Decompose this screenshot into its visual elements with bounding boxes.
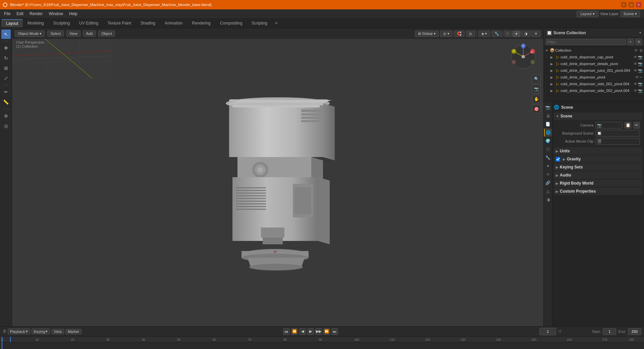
vis-eye-1[interactable]: 👁	[634, 62, 637, 66]
timeline-body[interactable]	[0, 343, 644, 349]
viewport-select-button[interactable]: Select	[47, 31, 64, 37]
tab-rendering[interactable]: Rendering	[187, 19, 215, 27]
playback-button[interactable]: Playback ▾	[8, 329, 30, 334]
pivot-point[interactable]: ◎ ▾	[440, 31, 452, 37]
props-units-header[interactable]: ▶ Units	[554, 147, 643, 155]
menu-render[interactable]: Render	[27, 11, 45, 17]
tool-measure[interactable]: 📏	[1, 97, 11, 107]
props-tab-data[interactable]: △	[544, 187, 552, 195]
scene-dropdown[interactable]: Scene ▾	[621, 11, 640, 17]
props-tab-material[interactable]: ◑	[544, 196, 552, 204]
mode-select[interactable]: Object Mode ▾	[15, 31, 45, 37]
movie-clip-value[interactable]: 🎬	[595, 138, 640, 145]
viewport-add-button[interactable]: Add	[83, 31, 96, 37]
tab-animation[interactable]: Animation	[160, 19, 187, 27]
props-section-scene-header[interactable]: ▼ Scene	[554, 112, 643, 120]
tab-shading[interactable]: Shading	[136, 19, 160, 27]
vis-render-1[interactable]: 📷	[638, 62, 643, 66]
outliner-item-0[interactable]: ▶ ▷ cold_drink_dispenser_cap_pivot 👁 📷	[544, 54, 644, 60]
play-button[interactable]: ▶	[307, 328, 314, 335]
tab-texture-paint[interactable]: Texture Paint	[103, 19, 136, 27]
timeline-track[interactable]: 1 10 20 30 40 50 60 70 80 90 100 110 120…	[0, 337, 644, 349]
props-tab-scene[interactable]: 🌐	[544, 129, 552, 137]
global-transform[interactable]: ⊞ Global ▾	[415, 31, 439, 37]
outliner-settings-btn[interactable]: ⚙	[635, 39, 642, 45]
viewport-view-button[interactable]: View	[66, 31, 80, 37]
tool-move[interactable]: ✥	[1, 43, 11, 53]
start-frame-input[interactable]: 1	[603, 328, 616, 335]
outliner-item-3[interactable]: ▶ ▷ cold_drink_dispenser_pivot 👁 ✂	[544, 74, 644, 81]
props-keying-header[interactable]: ▶ Keying Sets	[554, 163, 643, 171]
outliner-item-4[interactable]: ▶ ▷ cold_drink_dispenser_side_001_pivot.…	[544, 81, 644, 87]
tab-modeling[interactable]: Modeling	[23, 19, 49, 27]
vis-eye-5[interactable]: 👁	[634, 89, 637, 93]
outliner-item-collection[interactable]: ▼ 📦 Collection 👁 🖥	[544, 47, 644, 54]
tool-add[interactable]: ⊕	[1, 111, 11, 120]
bg-scene-value[interactable]: 🔲	[595, 130, 640, 137]
render-mode[interactable]: ☀	[531, 31, 541, 37]
vis-render-2[interactable]: 📷	[638, 68, 643, 73]
jump-start[interactable]: ⏮	[283, 328, 290, 335]
zoom-in[interactable]: 🔍	[532, 74, 541, 83]
vis-eye-4[interactable]: 👁	[634, 82, 637, 86]
menu-help[interactable]: Help	[66, 11, 80, 17]
current-frame-input[interactable]: 1	[539, 328, 556, 335]
next-frame[interactable]: ▶▶	[315, 328, 322, 335]
vis-render-3[interactable]: ✂	[640, 75, 643, 80]
props-gravity-header[interactable]: ▶ Gravity	[554, 155, 643, 163]
tool-rotate[interactable]: ↻	[1, 53, 11, 63]
3d-viewport[interactable]: Object Mode ▾ Select View Add Object ⊞ G…	[12, 28, 543, 326]
snap-toggle[interactable]: 🧲	[454, 31, 465, 37]
jump-end[interactable]: ⏭	[331, 328, 338, 335]
wireframe-mode[interactable]: □	[503, 31, 512, 37]
marker-button[interactable]: Marker	[65, 329, 82, 334]
vis-render-0[interactable]: 📷	[638, 55, 643, 59]
props-tab-modifiers[interactable]: 🔧	[544, 154, 552, 162]
outliner-item-5[interactable]: ▶ ▷ cold_drink_dispenser_side_002_pivot.…	[544, 87, 644, 94]
camera-new[interactable]: ✏	[633, 122, 640, 129]
tab-compositing[interactable]: Compositing	[215, 19, 247, 27]
outliner-filter[interactable]: ▾	[639, 31, 641, 35]
menu-window[interactable]: Window	[46, 11, 66, 17]
outliner-search[interactable]	[546, 39, 626, 45]
prev-keyframe[interactable]: ⏪	[291, 328, 298, 335]
timeline-scrubber[interactable]	[10, 337, 11, 342]
outliner-item-1[interactable]: ▶ ▷ cold_drink_dispenser_details_pivot 👁…	[544, 60, 644, 67]
tool-select[interactable]: ↖	[1, 30, 11, 39]
props-tab-physics[interactable]: ⚛	[544, 170, 552, 179]
fly-mode[interactable]: 🎯	[532, 105, 541, 113]
gravity-checkbox[interactable]	[556, 157, 560, 161]
tool-transform[interactable]: ⤢	[1, 73, 11, 83]
vis-render-5[interactable]: 📷	[638, 89, 643, 93]
vis-eye-2[interactable]: 👁	[634, 68, 637, 73]
menu-file[interactable]: File	[1, 11, 13, 17]
tool-annotate[interactable]: ✏	[1, 87, 11, 97]
tab-scripting[interactable]: Scripting	[247, 19, 272, 27]
props-tab-render[interactable]: 📷	[544, 103, 552, 111]
props-tab-viewlayer[interactable]: 📑	[544, 120, 552, 128]
camera-view[interactable]: 📷	[532, 85, 541, 93]
viewport-object-button[interactable]: Object	[98, 31, 115, 37]
solid-mode[interactable]: ●	[512, 31, 521, 37]
vis-render-4[interactable]: 📷	[638, 82, 643, 86]
props-tab-particles[interactable]: ✦	[544, 162, 552, 170]
maximize-button[interactable]: □	[629, 2, 634, 7]
vis-eye-0[interactable]: 👁	[634, 55, 637, 59]
prev-frame[interactable]: ◀	[299, 328, 306, 335]
props-rigid-body-header[interactable]: ▶ Rigid Body World	[554, 180, 643, 187]
keying-button[interactable]: Keying ▾	[32, 329, 50, 334]
view-button[interactable]: View	[51, 329, 64, 334]
props-tab-constraints[interactable]: 🔗	[544, 179, 552, 187]
viewport-overlays[interactable]: ◈ ▾	[478, 31, 490, 37]
menu-edit[interactable]: Edit	[14, 11, 26, 17]
close-button[interactable]: ×	[636, 2, 641, 7]
props-tab-object[interactable]: ⬡	[544, 145, 552, 153]
outliner-filter-btn[interactable]: ≡	[627, 39, 634, 45]
camera-value[interactable]: 📷	[595, 122, 623, 129]
gizmo-toggle[interactable]: 🔧	[491, 31, 502, 37]
minimize-button[interactable]: −	[621, 2, 627, 7]
end-frame-input[interactable]: 250	[628, 328, 641, 335]
vis-eye-3[interactable]: 👁	[635, 75, 639, 80]
props-audio-header[interactable]: ▶ Audio	[554, 171, 643, 179]
tool-cursor[interactable]: ◎	[1, 121, 11, 131]
